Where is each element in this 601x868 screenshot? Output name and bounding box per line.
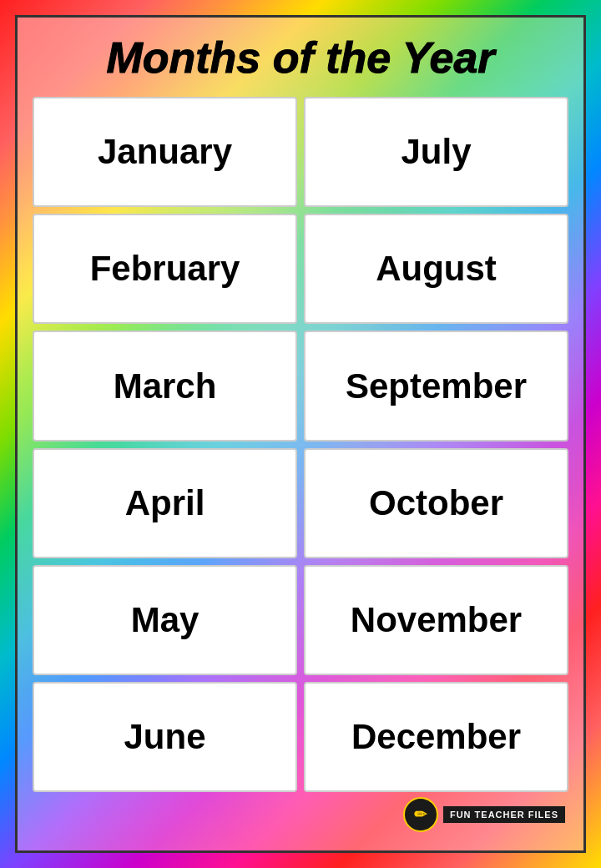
month-label: January <box>98 132 232 172</box>
watermark-logo: ✏ <box>403 797 438 832</box>
month-label: August <box>376 249 497 289</box>
month-label: July <box>401 132 471 172</box>
month-cell: October <box>304 448 568 558</box>
month-label: April <box>125 483 205 523</box>
month-cell: February <box>33 214 297 324</box>
month-label: November <box>351 600 522 640</box>
month-label: September <box>346 366 527 406</box>
month-cell: May <box>33 565 297 675</box>
month-cell: June <box>33 682 297 792</box>
month-label: February <box>90 249 240 289</box>
watermark-text: FUN TEACHER FILES <box>443 806 565 823</box>
month-cell: November <box>304 565 568 675</box>
months-grid: JanuaryJulyFebruaryAugustMarchSeptemberA… <box>33 97 568 792</box>
month-label: March <box>114 366 217 406</box>
month-label: June <box>124 717 205 757</box>
month-cell: September <box>304 331 568 441</box>
month-cell: August <box>304 214 568 324</box>
month-cell: January <box>33 97 297 207</box>
month-label: December <box>351 717 521 757</box>
month-label: October <box>369 483 503 523</box>
watermark: ✏ FUN TEACHER FILES <box>403 797 565 832</box>
month-cell: April <box>33 448 297 558</box>
month-cell: March <box>33 331 297 441</box>
month-cell: July <box>304 97 568 207</box>
inner-container: Months of the Year JanuaryJulyFebruaryAu… <box>15 15 586 853</box>
month-cell: December <box>304 682 568 792</box>
month-label: May <box>131 600 199 640</box>
page-title: Months of the Year <box>106 34 494 82</box>
outer-border: Months of the Year JanuaryJulyFebruaryAu… <box>0 0 601 868</box>
